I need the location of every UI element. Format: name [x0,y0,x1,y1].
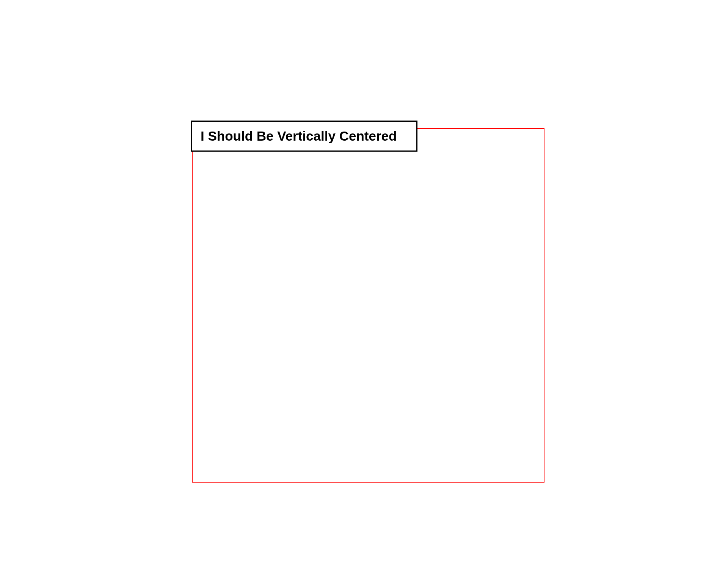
container-box [192,128,544,483]
box-label: I Should Be Vertically Centered [201,129,397,144]
inner-box: I Should Be Vertically Centered [191,121,417,152]
